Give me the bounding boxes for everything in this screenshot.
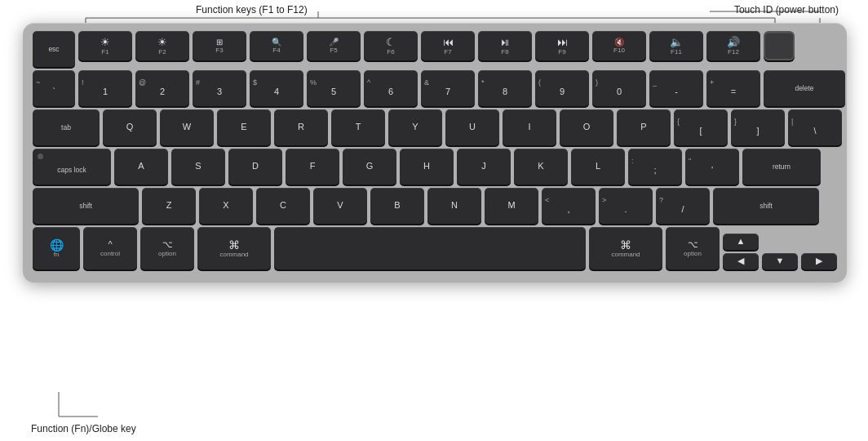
key-n[interactable]: N: [427, 188, 481, 224]
key-m[interactable]: M: [485, 188, 538, 224]
key-a[interactable]: A: [114, 149, 168, 185]
key-arrow-down[interactable]: ▼: [762, 253, 798, 270]
key-e[interactable]: E: [217, 109, 271, 145]
key-1[interactable]: ! 1: [78, 70, 132, 106]
key-f11[interactable]: 🔈 F11: [649, 31, 703, 60]
key-bracket-open[interactable]: { [: [674, 109, 728, 145]
key-f9[interactable]: ⏭ F9: [535, 31, 589, 60]
key-c[interactable]: C: [256, 188, 310, 224]
key-3[interactable]: # 3: [193, 70, 246, 106]
number-key-row: ~ ` ! 1 @ 2 # 3 $ 4 % 5 ^ 6 & 7: [33, 70, 837, 106]
key-command-left[interactable]: ⌘ command: [197, 227, 271, 270]
key-8[interactable]: * 8: [478, 70, 532, 106]
key-quote[interactable]: " ': [685, 149, 739, 185]
key-caps-lock[interactable]: caps lock: [33, 149, 111, 185]
key-l[interactable]: L: [571, 149, 625, 185]
key-comma[interactable]: < ,: [542, 188, 596, 224]
key-f4[interactable]: 🔍 F4: [250, 31, 303, 60]
key-g[interactable]: G: [343, 149, 396, 185]
key-shift-right[interactable]: shift: [713, 188, 819, 224]
key-b[interactable]: B: [370, 188, 424, 224]
key-bracket-close[interactable]: } ]: [731, 109, 785, 145]
key-v[interactable]: V: [313, 188, 367, 224]
key-return[interactable]: return: [742, 149, 821, 185]
key-control[interactable]: ^ control: [83, 227, 137, 270]
touch-id-annotation: Touch ID (power button): [734, 4, 839, 16]
key-minus[interactable]: _ -: [649, 70, 703, 106]
zxcv-key-row: shift Z X C V B N M < , > . ? / shift: [33, 188, 837, 224]
key-arrow-left[interactable]: ◀: [723, 253, 759, 270]
key-d[interactable]: D: [228, 149, 282, 185]
key-9[interactable]: ( 9: [535, 70, 589, 106]
key-x[interactable]: X: [199, 188, 253, 224]
key-r[interactable]: R: [274, 109, 328, 145]
asdf-key-row: caps lock A S D F G H J K L : ; " ' retu…: [33, 149, 837, 185]
key-j[interactable]: J: [457, 149, 511, 185]
key-y[interactable]: Y: [388, 109, 442, 145]
key-f2[interactable]: ☀ F2: [135, 31, 189, 60]
key-equals[interactable]: + =: [706, 70, 760, 106]
key-period[interactable]: > .: [599, 188, 653, 224]
key-backtick[interactable]: ~ `: [33, 70, 75, 106]
key-touch-id[interactable]: [764, 31, 795, 60]
key-q[interactable]: Q: [103, 109, 157, 145]
key-s[interactable]: S: [171, 149, 225, 185]
key-esc[interactable]: esc: [33, 31, 75, 67]
key-semicolon[interactable]: : ;: [628, 149, 682, 185]
fn-globe-annotation: Function (Fn)/Globe key: [31, 423, 136, 434]
key-f10[interactable]: 🔇 F10: [592, 31, 646, 60]
key-4[interactable]: $ 4: [250, 70, 303, 106]
key-w[interactable]: W: [160, 109, 214, 145]
key-2[interactable]: @ 2: [135, 70, 189, 106]
key-delete[interactable]: delete: [764, 70, 845, 106]
function-key-row: esc ☀ F1 ☀ F2 ⊞ F3 🔍 F4 🎤 F5 ☾ F6 ⏮ F7: [33, 31, 837, 67]
key-option-right[interactable]: ⌥ option: [666, 227, 720, 270]
key-f8[interactable]: ⏯ F8: [478, 31, 532, 60]
key-u[interactable]: U: [445, 109, 499, 145]
key-f[interactable]: F: [286, 149, 339, 185]
key-f12[interactable]: 🔊 F12: [706, 31, 760, 60]
key-6[interactable]: ^ 6: [364, 70, 418, 106]
key-space[interactable]: [274, 227, 586, 270]
key-option-left[interactable]: ⌥ option: [140, 227, 194, 270]
key-command-right[interactable]: ⌘ command: [589, 227, 662, 270]
key-f7[interactable]: ⏮ F7: [421, 31, 475, 60]
key-p[interactable]: P: [617, 109, 671, 145]
key-shift-left[interactable]: shift: [33, 188, 139, 224]
key-7[interactable]: & 7: [421, 70, 475, 106]
modifier-key-row: 🌐 fn ^ control ⌥ option ⌘ command ⌘ comm…: [33, 227, 837, 270]
key-t[interactable]: T: [331, 109, 385, 145]
key-arrow-right[interactable]: ▶: [801, 253, 837, 270]
key-backslash[interactable]: | \: [788, 109, 842, 145]
key-o[interactable]: O: [560, 109, 613, 145]
key-slash[interactable]: ? /: [656, 188, 710, 224]
key-fn-globe[interactable]: 🌐 fn: [33, 227, 80, 270]
key-f5[interactable]: 🎤 F5: [307, 31, 361, 60]
key-5[interactable]: % 5: [307, 70, 361, 106]
qwerty-key-row: tab Q W E R T Y U I O P { [ } ] | \: [33, 109, 837, 145]
key-f6[interactable]: ☾ F6: [364, 31, 418, 60]
key-tab[interactable]: tab: [33, 109, 100, 145]
key-f1[interactable]: ☀ F1: [78, 31, 132, 60]
key-k[interactable]: K: [514, 149, 568, 185]
key-i[interactable]: I: [503, 109, 556, 145]
keyboard: esc ☀ F1 ☀ F2 ⊞ F3 🔍 F4 🎤 F5 ☾ F6 ⏮ F7: [23, 23, 847, 283]
function-keys-annotation: Function keys (F1 to F12): [196, 4, 308, 16]
key-f3[interactable]: ⊞ F3: [193, 31, 246, 60]
key-z[interactable]: Z: [142, 188, 196, 224]
key-h[interactable]: H: [400, 149, 454, 185]
key-arrow-up[interactable]: ▲: [723, 234, 759, 250]
key-0[interactable]: ) 0: [592, 70, 646, 106]
